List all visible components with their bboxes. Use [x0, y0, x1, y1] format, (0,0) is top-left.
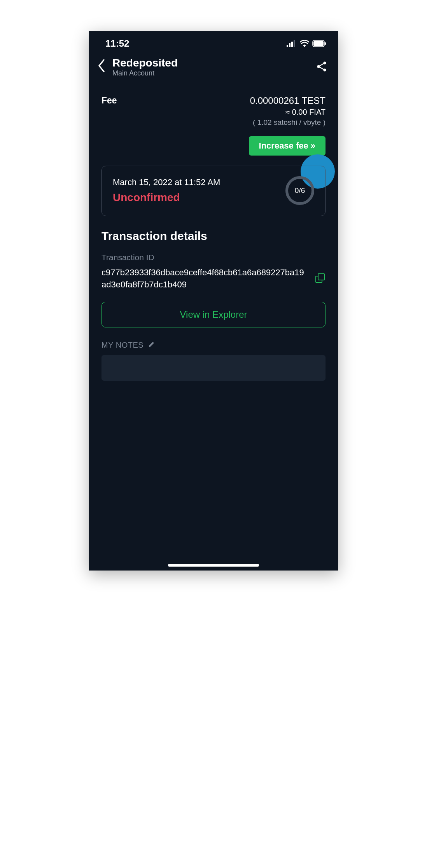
battery-icon	[312, 40, 326, 47]
notes-field[interactable]	[102, 355, 326, 381]
section-title: Transaction details	[102, 229, 326, 243]
fee-label: Fee	[102, 95, 117, 106]
confirmation-count: 0/6	[295, 186, 305, 195]
svg-line-10	[319, 63, 324, 66]
status-card: March 15, 2022 at 11:52 AM Unconfirmed 0…	[102, 166, 326, 216]
svg-rect-3	[294, 40, 295, 47]
status-time: 11:52	[105, 38, 129, 49]
status-bar: 11:52	[89, 31, 338, 53]
copy-icon	[315, 273, 326, 284]
view-in-explorer-button[interactable]: View in Explorer	[102, 302, 326, 327]
svg-rect-6	[325, 42, 326, 45]
copy-button[interactable]	[315, 273, 326, 285]
edit-notes-button[interactable]	[148, 341, 155, 349]
confirmation-ring: 0/6	[285, 176, 314, 205]
share-button[interactable]	[315, 60, 329, 75]
increase-fee-button[interactable]: Increase fee	[249, 136, 326, 156]
txid-value: c977b23933f36dbace9ceffe4f68cb61a6a68922…	[102, 267, 308, 291]
wifi-icon	[300, 40, 309, 47]
nav-bar: Redeposited Main Account	[89, 53, 338, 84]
fee-rate: ( 1.02 satoshi / vbyte )	[250, 118, 326, 127]
status-date: March 15, 2022 at 11:52 AM	[113, 177, 220, 187]
fee-fiat: ≈ 0.00 FIAT	[250, 108, 326, 117]
page-subtitle: Main Account	[112, 69, 309, 77]
back-button[interactable]	[96, 58, 107, 77]
signal-icon	[287, 40, 297, 47]
increase-fee-label: Increase fee	[259, 141, 308, 151]
page-title: Redeposited	[112, 57, 309, 69]
status-icons	[287, 40, 326, 47]
svg-line-11	[319, 67, 324, 70]
svg-rect-2	[291, 42, 293, 47]
pencil-icon	[148, 341, 155, 348]
fee-row: Fee 0.00000261 TEST ≈ 0.00 FIAT ( 1.02 s…	[102, 95, 326, 127]
fee-amount: 0.00000261 TEST	[250, 95, 326, 106]
home-indicator[interactable]	[168, 564, 259, 567]
status-label: Unconfirmed	[113, 191, 220, 204]
svg-rect-13	[318, 274, 324, 280]
svg-rect-5	[313, 41, 324, 46]
txid-label: Transaction ID	[102, 253, 326, 262]
notes-label: MY NOTES	[102, 341, 144, 350]
svg-rect-0	[287, 45, 288, 47]
svg-rect-1	[289, 43, 290, 47]
